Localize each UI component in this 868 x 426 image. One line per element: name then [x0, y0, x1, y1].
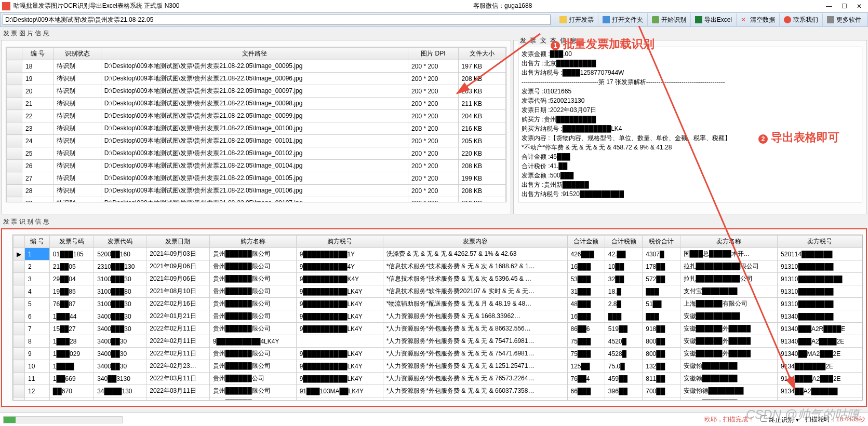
table-row[interactable]: 101████3400██302022年02月23…贵州██████限公司9██…: [14, 360, 862, 373]
table-row[interactable]: 19待识别D:\Desktop\009本地测试图\发票\贵州发票21.08-22…: [7, 73, 506, 85]
table-row[interactable]: 419██853100███802021年08月10日贵州██████限公司9█…: [14, 285, 862, 298]
col-header[interactable]: 合计税额: [605, 236, 642, 248]
col-header[interactable]: 卖方税号: [778, 236, 862, 248]
clear-data-button[interactable]: ✕清空数据: [736, 13, 779, 26]
text-line: 购买方 :贵州█████████: [522, 115, 859, 124]
export-excel-button[interactable]: 导出Excel: [690, 13, 736, 26]
path-input[interactable]: [3, 15, 551, 25]
table-row[interactable]: 13███7134████1302022年03月11日贵州██████限公司9█…: [14, 397, 862, 401]
table-row[interactable]: 22待识别D:\Desktop\009本地测试图\发票\贵州发票21.08-22…: [7, 110, 506, 122]
table-row[interactable]: 24待识别D:\Desktop\009本地测试图\发票\贵州发票21.08-22…: [7, 135, 506, 147]
table-row[interactable]: 111██669340██31302022年03月11日贵州██████公司9█…: [14, 373, 862, 385]
start-ocr-button[interactable]: 开始识别: [647, 13, 690, 26]
table-row[interactable]: 91███0293400██302022年02月11日贵州██████限公司9█…: [14, 348, 862, 360]
text-line: 出售方 :北京█████████: [522, 59, 859, 68]
status-done: 欧耶，扫描完成！: [704, 415, 754, 424]
time-value: 18.4435秒: [836, 416, 865, 423]
table-row[interactable]: 20待识别D:\Desktop\009本地测试图\发票\贵州发票21.08-22…: [7, 85, 506, 98]
group3-label: 发 票 识 别 信 息: [0, 215, 868, 227]
table-row[interactable]: 25待识别D:\Desktop\009本地测试图\发票\贵州发票21.08-22…: [7, 147, 506, 160]
table-row[interactable]: 61███443400███302022年01月21日贵州██████限公司9█…: [14, 310, 862, 323]
toolbar: 打开发票 打开文件夹 开始识别 导出Excel ✕清空数据 联系我们 更多软件: [0, 12, 868, 27]
grid-icon: [827, 16, 834, 23]
play-icon: [652, 16, 659, 23]
btn-label: 打开文件夹: [612, 16, 643, 24]
table-row[interactable]: 12██67034████1302022年03月11日贵州██████限公司91…: [14, 385, 862, 397]
table-row[interactable]: ▶101███1855200██1602021年09月03日贵州██████限公…: [14, 248, 862, 260]
btn-label: 联系我们: [793, 16, 818, 24]
ocr-result-panel: 编 号发票号码发票代码发票日期购方名称购方税号发票内容合计金额合计税额税价合计卖…: [1, 228, 867, 407]
table-row[interactable]: 576██873100███302022年02月16日贵州██████限公司9█…: [14, 298, 862, 310]
col-header[interactable]: 发票代码: [94, 236, 146, 248]
text-line: 出售方 :贵州新██████: [522, 180, 859, 189]
col-header[interactable]: 文件路径: [101, 48, 408, 60]
table-row[interactable]: 27待识别D:\Desktop\009本地测试图\发票\贵州发票21.08-22…: [7, 172, 506, 185]
col-header[interactable]: 发票内容: [383, 236, 567, 248]
table-row[interactable]: 18待识别D:\Desktop\009本地测试图\发票\贵州发票21.08-22…: [7, 60, 506, 73]
table-row[interactable]: 29待识别D:\Desktop\009本地测试图\发票\贵州发票21.08-22…: [7, 197, 506, 203]
qq-icon: [784, 16, 791, 23]
col-header[interactable]: 合计金额: [567, 236, 605, 248]
text-line: 发票金额 :███.00: [522, 49, 859, 59]
invoice-text-area[interactable]: 发票金额 :███.00出售方 :北京█████████出售方纳税号 :████…: [518, 47, 862, 202]
table-row[interactable]: 28待识别D:\Desktop\009本地测试图\发票\贵州发票21.08-22…: [7, 185, 506, 197]
table-row[interactable]: 715██273400███302022年02月11日贵州██████限公司9█…: [14, 323, 862, 335]
col-header[interactable]: 发票号码: [49, 236, 94, 248]
col-header[interactable]: 编 号: [22, 48, 54, 60]
excel-icon: [695, 16, 702, 23]
col-header[interactable]: 图片 DPI: [408, 48, 458, 60]
stop-label: 终止识别: [769, 416, 794, 423]
app-icon: [2, 2, 10, 10]
statusbar: 欧耶，扫描完成！ 终止识别 ▾ 扫描耗时：18.4435秒: [0, 413, 868, 426]
text-line: 出售方纳税号 :91520██████████: [522, 189, 859, 199]
text-line: 合计税价 :41.██: [522, 161, 859, 171]
titlebar-center: 客服微信：guga1688: [179, 2, 826, 10]
stop-checkbox[interactable]: 终止识别 ▾: [760, 415, 799, 424]
text-line: -------------------------------------第 1…: [522, 77, 859, 87]
col-header[interactable]: 识别状态: [54, 48, 101, 60]
text-line: 合计金额 :45███: [522, 152, 859, 161]
minimize-button[interactable]: —: [826, 3, 832, 10]
table-row[interactable]: 221██052310███1302021年09月06日贵州██████限公司9…: [14, 260, 862, 273]
text-line: 发票内容 :【货物内容、规格型号、单位、数量、单价、金额、税率、税额】: [522, 133, 859, 143]
col-header[interactable]: 税价合计: [643, 236, 680, 248]
close-button[interactable]: ✕: [857, 3, 862, 10]
col-header[interactable]: 编 号: [25, 236, 50, 248]
open-folder-button[interactable]: 打开文件夹: [598, 13, 647, 26]
result-table: 编 号发票号码发票代码发票日期购方名称购方税号发票内容合计金额合计税额税价合计卖…: [13, 235, 862, 401]
btn-label: 清空数据: [750, 16, 775, 24]
folder-icon: [603, 16, 610, 23]
table-row[interactable]: 21待识别D:\Desktop\009本地测试图\发票\贵州发票21.08-22…: [7, 98, 506, 110]
text-line: 发票号 :01021665: [522, 87, 859, 96]
app-title: 咕嘎批量发票图片OCR识别导出Excel表格系统 正式版 N300: [14, 2, 179, 10]
col-header[interactable]: 发票日期: [146, 236, 209, 248]
text-line: 购买方纳税号 :███████████LK4: [522, 124, 859, 133]
btn-label: 开始识别: [661, 16, 686, 24]
open-invoice-button[interactable]: 打开发票: [555, 13, 598, 26]
table-row[interactable]: 26待识别D:\Desktop\009本地测试图\发票\贵州发票21.08-22…: [7, 160, 506, 172]
maximize-button[interactable]: ☐: [842, 3, 847, 10]
text-line: 发票代码 :5200213130: [522, 96, 859, 105]
text-info-panel: 发 票 文 本 信 息 发票金额 :███.00出售方 :北京█████████…: [513, 40, 867, 214]
btn-label: 更多软件: [836, 16, 861, 24]
table-row[interactable]: 329██043100███302021年09月06日贵州██████限公司9█…: [14, 273, 862, 285]
text-line: 发票日期 :2022年03月07日: [522, 105, 859, 115]
image-info-panel: 编 号识别状态文件路径图片 DPI文件大小 18待识别D:\Desktop\00…: [1, 40, 511, 214]
col-header[interactable]: 文件大小: [458, 48, 505, 60]
col-header[interactable]: 购方税号: [296, 236, 383, 248]
image-table-wrap[interactable]: 编 号识别状态文件路径图片 DPI文件大小 18待识别D:\Desktop\00…: [6, 47, 506, 202]
table-row[interactable]: 81███283400██302022年02月11日9██████████4LK…: [14, 335, 862, 348]
text-line: 出售方纳税号 :████12587707944W: [522, 68, 859, 77]
contact-button[interactable]: 联系我们: [779, 13, 822, 26]
folder-open-icon: [559, 16, 567, 23]
col-header[interactable]: 卖方名称: [680, 236, 777, 248]
image-table: 编 号识别状态文件路径图片 DPI文件大小 18待识别D:\Desktop\00…: [6, 47, 506, 202]
more-software-button[interactable]: 更多软件: [822, 13, 865, 26]
text-line: *不动产*停车费 & 无 & 无 & 无 & 458.72 & 9% & 41.…: [522, 143, 859, 152]
delete-icon: ✕: [741, 16, 748, 23]
group1-label: 发 票 图 片 信 息: [0, 27, 868, 39]
col-header[interactable]: 购方名称: [209, 236, 296, 248]
result-table-wrap[interactable]: 编 号发票号码发票代码发票日期购方名称购方税号发票内容合计金额合计税额税价合计卖…: [12, 235, 863, 401]
table-row[interactable]: 23待识别D:\Desktop\009本地测试图\发票\贵州发票21.08-22…: [7, 122, 506, 135]
text-line: 发票金额 :500███: [522, 171, 859, 180]
